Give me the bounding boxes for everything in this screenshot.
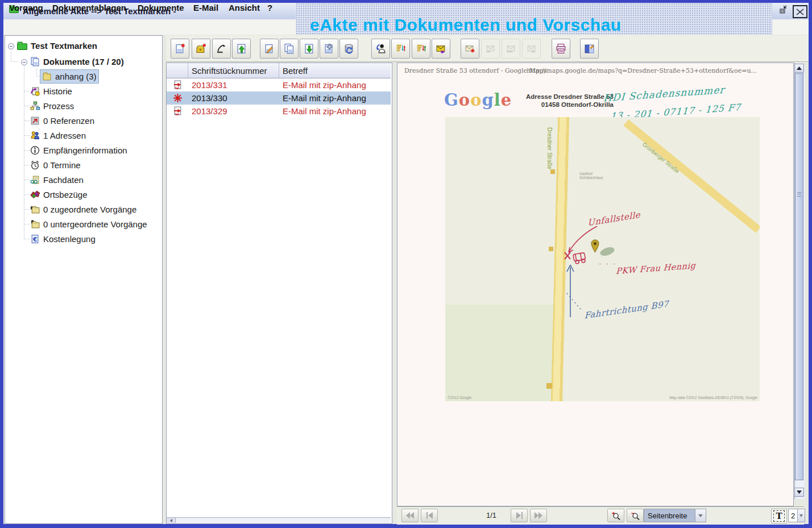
copy-document-icon[interactable] bbox=[280, 39, 299, 59]
application-window: Allgemeine Akte --> Test Textmarken - Vo… bbox=[0, 0, 812, 528]
tree-node-prozess[interactable]: Prozess bbox=[30, 99, 74, 113]
google-logo: Google bbox=[444, 90, 512, 110]
tree-expand-handle[interactable] bbox=[21, 59, 27, 65]
page-banner: eAkte mit Dokumenten und Vorschau bbox=[310, 15, 622, 35]
tree-connector bbox=[36, 69, 37, 77]
preview-panel: Dresdner Straße 53 ottendorf - Google Ma… bbox=[397, 63, 794, 506]
map-green-area bbox=[445, 305, 563, 401]
tree-node-label: 0 Referenzen bbox=[43, 116, 94, 126]
tree-connector bbox=[24, 224, 30, 224]
tree-connector bbox=[24, 120, 30, 121]
tree-node-label: Kostenlegung bbox=[43, 234, 96, 244]
preview-pane-icon[interactable] bbox=[580, 39, 599, 59]
references-icon bbox=[30, 116, 40, 126]
zoom-level-select[interactable]: 2 bbox=[788, 509, 805, 522]
tree-connector bbox=[11, 52, 11, 62]
export-document-icon[interactable] bbox=[300, 39, 318, 59]
document-number: 2013/329 bbox=[188, 106, 279, 116]
appointments-icon bbox=[30, 160, 40, 170]
documents-icon bbox=[30, 57, 40, 66]
horizontal-scrollbar[interactable] bbox=[167, 517, 391, 523]
send-mail-icon[interactable] bbox=[432, 39, 450, 59]
dropdown-arrow-icon[interactable] bbox=[797, 509, 805, 522]
scan-document-title: Dresdner Straße 53 ottendorf - Google Ma… bbox=[404, 67, 546, 74]
map-image: Dresdner Straße Grünberger Straße Gastho… bbox=[445, 117, 760, 401]
sign-document-icon[interactable] bbox=[212, 39, 231, 59]
tree-node-empfaengerinformation[interactable]: Empfängerinformation bbox=[30, 144, 127, 157]
tree-expand-handle[interactable] bbox=[8, 43, 14, 49]
page-width-select[interactable]: Seitenbreite bbox=[644, 509, 706, 522]
map-blue-arrow bbox=[565, 260, 582, 320]
tree-connector bbox=[24, 62, 24, 239]
map-road-diagonal bbox=[623, 119, 760, 233]
table-row[interactable]: 2013/331 E-Mail mit zip-Anhang bbox=[167, 78, 391, 92]
new-document-icon[interactable] bbox=[171, 39, 189, 59]
tree-node-zugeordnete-vorgaenge[interactable]: 0 zugeordnete Vorgänge bbox=[30, 203, 136, 216]
green-folder-icon bbox=[17, 41, 27, 50]
document-subject: E-Mail mit zip-Anhang bbox=[279, 106, 391, 116]
header-icon-column[interactable] bbox=[167, 63, 188, 78]
menu-email[interactable]: E-Mail bbox=[193, 3, 218, 13]
menu-dokumentablagen[interactable]: Dokumentablagen bbox=[52, 3, 126, 13]
scroll-up-icon[interactable] bbox=[794, 64, 804, 73]
tree-node-label: Prozess bbox=[43, 101, 74, 111]
tree-node-adressen[interactable]: 1 Adressen bbox=[30, 129, 86, 142]
recipient-info-icon bbox=[30, 145, 40, 155]
tree-node-anhang[interactable]: anhang (3) bbox=[40, 70, 98, 83]
tree-connector bbox=[24, 239, 30, 239]
tree-node-dokumente[interactable]: Dokumente (17 / 20) bbox=[30, 55, 124, 68]
menu-ansicht[interactable]: Ansicht bbox=[229, 3, 260, 13]
tree-node-referenzen[interactable]: 0 Referenzen bbox=[30, 114, 94, 127]
menu-help[interactable]: ? bbox=[267, 3, 272, 13]
text-size-icon[interactable]: T bbox=[771, 509, 787, 523]
zoom-out-icon[interactable] bbox=[627, 509, 644, 522]
tree-node-untergeordnete-vorgaenge[interactable]: 0 untergeordnete Vorgänge bbox=[30, 218, 147, 231]
handwriting-claim-title: HDI Schadensnummer bbox=[603, 84, 726, 103]
sub-cases-icon bbox=[30, 219, 40, 229]
sort-ascending-icon[interactable] bbox=[412, 39, 430, 59]
locations-icon bbox=[30, 190, 40, 199]
tree-node-label: Test Textmarken bbox=[31, 41, 97, 51]
sort-descending-icon[interactable] bbox=[391, 39, 410, 59]
new-mail-icon[interactable] bbox=[461, 39, 479, 59]
menu-vorgang[interactable]: Vorgang bbox=[9, 3, 43, 13]
last-page-icon bbox=[530, 509, 547, 522]
scrollbar-thumb[interactable] bbox=[795, 73, 803, 480]
tree-node-root[interactable]: Test Textmarken bbox=[17, 39, 97, 52]
page-width-value: Seitenbreite bbox=[644, 509, 695, 522]
tree-node-historie[interactable]: Historie bbox=[30, 85, 72, 98]
reply-mail-icon bbox=[481, 39, 500, 59]
subject-data-icon bbox=[30, 175, 40, 185]
addresses-icon bbox=[30, 131, 40, 140]
tree-node-fachdaten[interactable]: Fachdaten bbox=[30, 173, 84, 186]
dropdown-arrow-icon[interactable] bbox=[695, 509, 706, 522]
menu-dokumente[interactable]: Dokumente bbox=[138, 3, 184, 13]
table-row[interactable]: 2013/329 E-Mail mit zip-Anhang bbox=[167, 105, 391, 118]
tree-node-kostenlegung[interactable]: € Kostenlegung bbox=[30, 232, 96, 246]
tree-connector bbox=[24, 209, 30, 210]
scan-document-icon[interactable] bbox=[320, 39, 338, 59]
import-document-icon[interactable] bbox=[232, 39, 251, 59]
restore-window-icon[interactable] bbox=[778, 5, 788, 14]
scan-address-line1: Adresse Dresdner Straße 53 bbox=[506, 93, 614, 101]
handwriting-pkw: PKW Frau Hennig bbox=[616, 261, 696, 276]
zoom-in-icon[interactable] bbox=[607, 509, 624, 522]
close-window-icon[interactable] bbox=[793, 5, 807, 18]
print-icon[interactable] bbox=[552, 39, 570, 59]
header-betreff[interactable]: Betreff bbox=[279, 63, 391, 78]
edit-document-icon[interactable] bbox=[260, 39, 279, 59]
scroll-down-icon[interactable] bbox=[794, 488, 804, 497]
new-folder-icon[interactable] bbox=[192, 39, 210, 59]
tree-connector bbox=[24, 180, 30, 180]
tree-node-ortsbezuege[interactable]: Ortsbezüge bbox=[30, 188, 88, 201]
map-road-mark bbox=[549, 247, 553, 251]
header-schriftstuecknummer[interactable]: Schriftstücknummer bbox=[188, 63, 279, 78]
assign-user-icon[interactable] bbox=[371, 39, 390, 59]
costs-icon: € bbox=[30, 234, 40, 244]
refresh-database-icon[interactable] bbox=[339, 39, 358, 59]
map-red-dashes: - - - bbox=[599, 260, 617, 267]
tree-node-termine[interactable]: 0 Termine bbox=[30, 159, 81, 172]
scroll-left-icon[interactable] bbox=[167, 518, 176, 523]
svg-text:€: € bbox=[32, 236, 37, 243]
table-row-selected[interactable]: 2013/330 E-Mail mit zip-Anhang bbox=[167, 92, 391, 105]
